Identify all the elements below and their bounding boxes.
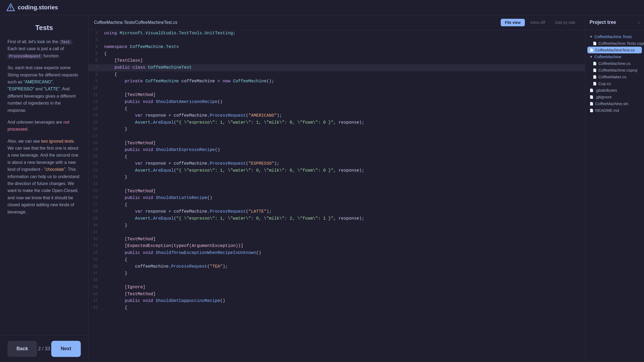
- table-row: 37 }: [89, 270, 585, 277]
- line-number: 25: [89, 188, 102, 195]
- table-row: 12 public void ShouldGetAmericanoRecipe(…: [89, 99, 585, 106]
- table-row: 16 }: [89, 126, 585, 133]
- table-row: 39 [Ignore]: [89, 284, 585, 291]
- tree-file-gitignore[interactable]: 📄 .gitignore: [585, 94, 644, 100]
- line-number: 18: [89, 140, 102, 147]
- line-content: public void ShouldGetAmericanoRecipe(): [102, 99, 585, 106]
- not-processed-text: not processed: [8, 120, 69, 131]
- line-content: var response = coffeeMachine.ProcessRequ…: [102, 160, 585, 167]
- line-number: 42: [89, 305, 102, 312]
- back-button[interactable]: Back: [8, 341, 37, 357]
- line-number: 30: [89, 222, 102, 229]
- table-row: 21 var response = coffeeMachine.ProcessR…: [89, 160, 585, 167]
- line-content: {: [102, 51, 585, 58]
- table-row: 38: [89, 277, 585, 284]
- tree-file-coffeemaker[interactable]: 📄 CoffeeMaker.cs: [585, 73, 644, 80]
- line-number: 28: [89, 208, 102, 215]
- table-row: 25 [TestMethod]: [89, 188, 585, 195]
- tree-folder-coffeemachine-tests[interactable]: ▼ CoffeeMachine.Tests: [585, 33, 644, 40]
- view-buttons: File view Inline diff Side by side: [501, 19, 580, 26]
- tree-file-gitattributes[interactable]: 📄 .gitattributes: [585, 87, 644, 94]
- tree-file-coffeemachinetest[interactable]: 📄 CoffeeMachineTest.cs: [587, 47, 642, 53]
- code-editor[interactable]: 2 using Microsoft.VisualStudio.TestTools…: [89, 30, 585, 362]
- file-view-button[interactable]: File view: [501, 19, 525, 26]
- file-icon: 📄: [590, 88, 594, 92]
- paragraph-4: Also, we can see two ignored tests. We c…: [8, 138, 81, 216]
- file-icon: 📄: [593, 42, 597, 45]
- line-number: 6: [89, 57, 102, 64]
- line-number: 23: [89, 174, 102, 181]
- line-number: 4: [89, 44, 102, 51]
- table-row: 35 {: [89, 257, 585, 264]
- line-content: public void ShouldThrowExceptionWhenReci…: [102, 250, 585, 257]
- inline-diff-button[interactable]: Inline diff: [526, 19, 550, 26]
- file-label: CoffeeMachineTest.cs: [595, 48, 635, 52]
- tree-file-cup[interactable]: 📄 Cup.cs: [585, 80, 644, 87]
- table-row: 42 {: [89, 305, 585, 312]
- line-number: 12: [89, 99, 102, 106]
- folder-label: CoffeeMachine.Tests: [594, 34, 632, 39]
- table-row: 40 [TestMethod]: [89, 291, 585, 298]
- code-table: 2 using Microsoft.VisualStudio.TestTools…: [89, 30, 585, 311]
- line-number: 20: [89, 154, 102, 161]
- tree-file-readme[interactable]: 📄 README.md: [585, 107, 644, 114]
- table-row: 22 Assert.AreEqual("{ \"espresso\": 1, \…: [89, 167, 585, 174]
- tree-file-coffeemachine-csproj[interactable]: 📄 CoffeeMachine.csproj: [585, 67, 644, 73]
- tree-file-sln[interactable]: 📄 CoffeeMachine.sln: [585, 100, 644, 107]
- table-row: 3: [89, 37, 585, 44]
- line-number: 16: [89, 126, 102, 133]
- line-content: public void ShouldGetLatteRecipe(): [102, 195, 585, 202]
- line-content: namespace CoffeeMachine.Tests: [102, 44, 585, 51]
- table-row: 30 }: [89, 222, 585, 229]
- table-row: 4 namespace CoffeeMachine.Tests: [89, 44, 585, 51]
- next-button[interactable]: Next: [51, 341, 81, 357]
- table-row: 8 {: [89, 71, 585, 78]
- tree-folder-coffeemachine[interactable]: ▼ CoffeeMachine: [585, 53, 644, 60]
- file-icon: 📄: [593, 75, 597, 79]
- project-tree: ▼ CoffeeMachine.Tests 📄 CoffeeMachine.Te…: [585, 30, 644, 362]
- line-content: [102, 277, 585, 284]
- chevron-right-icon[interactable]: ›: [638, 20, 640, 25]
- line-content: {: [102, 71, 585, 78]
- highlight-americano: "AMERICANO": [24, 80, 53, 84]
- left-panel: Tests First of all, let's look on the Te…: [0, 15, 89, 362]
- side-by-side-button[interactable]: Side by side: [551, 19, 580, 26]
- paragraph-1: First of all, let's look on the Test. Ea…: [8, 38, 81, 60]
- file-label: CoffeeMachine.Tests.csproj: [598, 41, 644, 46]
- highlight-chocolate: "chocolate": [44, 167, 65, 172]
- file-label: README.md: [595, 108, 619, 113]
- table-row: 24: [89, 181, 585, 188]
- line-content: {: [102, 154, 585, 161]
- line-number: 37: [89, 270, 102, 277]
- line-number: 8: [89, 71, 102, 78]
- line-number: 41: [89, 298, 102, 305]
- table-row: 17: [89, 133, 585, 140]
- file-icon: 📄: [590, 109, 594, 112]
- tree-file-csproj-tests[interactable]: 📄 CoffeeMachine.Tests.csproj: [585, 40, 644, 47]
- line-content: {: [102, 305, 585, 312]
- line-content: [102, 229, 585, 236]
- line-content: [TestMethod]: [102, 291, 585, 298]
- line-content: }: [102, 270, 585, 277]
- file-label: .gitattributes: [595, 88, 617, 93]
- prose: First of all, let's look on the Test. Ea…: [8, 38, 81, 216]
- file-label: Cup.cs: [598, 81, 611, 86]
- right-panel-header: Project tree ›: [585, 15, 644, 30]
- table-row: 7 public class CoffeeMachineTest: [89, 64, 585, 71]
- project-tree-title: Project tree: [590, 20, 616, 25]
- table-row: 23 }: [89, 174, 585, 181]
- line-content: using Microsoft.VisualStudio.TestTools.U…: [102, 30, 585, 37]
- line-content: {: [102, 257, 585, 264]
- table-row: 31: [89, 229, 585, 236]
- line-content: [102, 37, 585, 44]
- line-content: [ExpectedException(typeof(ArgumentExcept…: [102, 243, 585, 250]
- logo[interactable]: coding.stories: [6, 3, 58, 12]
- tree-file-coffeemachine-cs[interactable]: 📄 CoffeeMachine.cs: [585, 60, 644, 67]
- line-number: 7: [89, 64, 102, 71]
- table-row: 13 {: [89, 106, 585, 113]
- table-row: 14 var response = coffeeMachine.ProcessR…: [89, 112, 585, 119]
- table-row: 29 Assert.AreEqual("{ \"espresso\": 1, \…: [89, 215, 585, 222]
- section-title: Tests: [8, 24, 81, 32]
- line-content: public void ShouldGetCappuccinoRecipe(): [102, 298, 585, 305]
- table-row: 11 [TestMethod]: [89, 92, 585, 99]
